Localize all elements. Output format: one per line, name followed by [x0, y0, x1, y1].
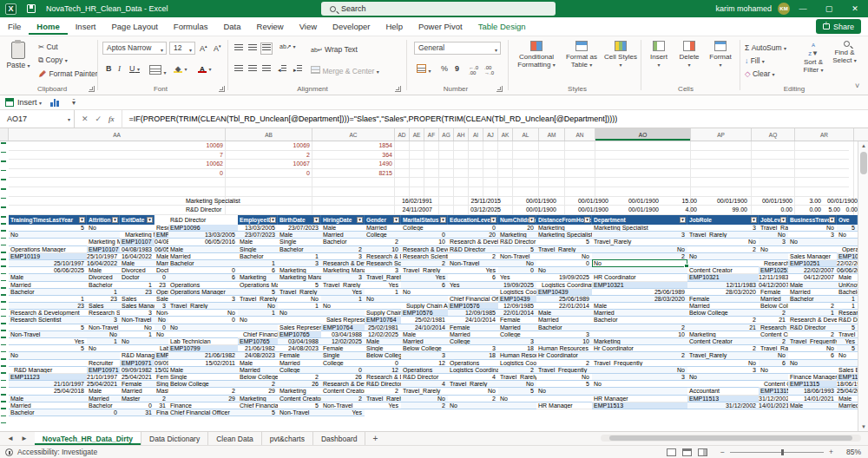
table-header-JobRole[interactable]: JobRole▾ — [687, 215, 759, 225]
table-cell[interactable]: R&D Manager — [9, 367, 87, 374]
table-cell[interactable]: Travel_Rarely — [498, 374, 536, 381]
table-cell[interactable]: 23 — [87, 296, 120, 303]
table-cell[interactable]: EMP10107 — [120, 239, 155, 245]
italic-button[interactable]: I — [118, 64, 121, 73]
table-cell[interactable]: Bachelor — [87, 282, 120, 289]
table-cell[interactable]: 24/10/2014 — [448, 317, 498, 324]
table-cell[interactable]: Below College — [759, 303, 788, 310]
table-header-ExitDate[interactable]: ExitDate▾ — [120, 215, 155, 225]
sheet-tab-data-dictionary[interactable]: Data Dictionary — [141, 432, 208, 445]
table-cell[interactable]: 2 — [155, 396, 168, 402]
table-cell[interactable]: 1 — [238, 260, 278, 267]
column-header-AD[interactable]: AD — [395, 128, 410, 141]
prev-sheet-icon[interactable]: ◄ — [7, 435, 14, 442]
increase-decimal-icon[interactable]: ←.0.00 — [469, 65, 478, 75]
table-cell[interactable]: No — [759, 232, 788, 239]
table-cell[interactable] — [536, 396, 592, 402]
table-cell[interactable]: 06/05/2016 — [168, 239, 238, 245]
table-cell[interactable]: Research & Development — [401, 246, 448, 253]
filter-icon[interactable]: ▾ — [79, 217, 85, 223]
filter-icon[interactable]: ▾ — [780, 217, 786, 223]
table-cell[interactable]: 23/07/2023 — [238, 232, 278, 239]
cell-value[interactable]: 10069 — [234, 141, 312, 151]
table-cell[interactable]: Research & Development — [365, 374, 401, 381]
table-cell[interactable]: No — [9, 232, 87, 239]
table-cell[interactable]: 5 — [9, 225, 87, 232]
column-header-AE[interactable]: AE — [410, 128, 424, 141]
table-cell[interactable]: 16/04/2022 — [87, 260, 120, 267]
table-cell[interactable] — [321, 310, 365, 317]
table-cell[interactable]: Single — [365, 345, 401, 352]
table-cell[interactable]: Research & Development — [788, 317, 837, 324]
column-header-AK[interactable]: AK — [498, 128, 513, 141]
filter-icon[interactable]: ▾ — [751, 217, 757, 223]
number-format-select[interactable]: General ▾ — [414, 42, 501, 55]
table-cell[interactable]: Married — [278, 360, 321, 367]
table-cell[interactable]: Non-Travel — [278, 409, 321, 416]
excel-logo-icon[interactable]: X — [5, 3, 16, 15]
table-cell[interactable]: 5 — [536, 239, 592, 245]
table-cell[interactable]: Sales Representative — [278, 324, 321, 331]
table-cell[interactable]: Marketing — [238, 274, 278, 281]
table-cell[interactable]: 18 — [498, 345, 536, 352]
table-cell[interactable]: Travel_Frequently — [837, 331, 858, 338]
table-cell[interactable]: Sales — [87, 303, 120, 310]
table-header-MaritalStatus[interactable]: MaritalStatus▾ — [401, 215, 448, 225]
align-top-icon[interactable] — [234, 44, 243, 53]
cell-value[interactable]: 5.00 — [821, 206, 840, 215]
table-cell[interactable]: 2 — [401, 402, 448, 409]
clear-button[interactable]: ◇ Clear ▾ — [745, 69, 775, 78]
font-size-select[interactable]: 12 ▾ — [169, 42, 195, 55]
table-cell[interactable]: Married — [321, 232, 365, 239]
table-cell[interactable]: Logistics Coordinator — [498, 289, 536, 296]
table-cell[interactable]: Marketing Manager — [120, 232, 155, 239]
delete-cells-button[interactable]: Delete▾ — [676, 41, 702, 69]
table-cell[interactable]: Bachelor — [788, 296, 837, 303]
table-cell[interactable]: 18/06/1993 — [788, 388, 837, 395]
table-cell[interactable]: Chief Financial Officer — [238, 331, 278, 338]
table-cell[interactable]: No — [120, 338, 155, 345]
orientation-icon[interactable]: ab↗ ▾ — [279, 43, 296, 50]
table-cell[interactable]: Marketing Specialist — [592, 225, 687, 232]
table-cell[interactable]: Bachelor — [168, 260, 238, 267]
table-cell[interactable]: 2 — [759, 310, 788, 317]
table-cell[interactable]: 3 — [120, 310, 155, 317]
table-cell[interactable]: 10 — [365, 246, 401, 253]
table-cell[interactable]: Yes — [9, 338, 87, 345]
table-cell[interactable]: 25/10/1997 — [9, 260, 87, 267]
table-cell[interactable]: 4 — [401, 381, 448, 388]
table-cell[interactable] — [687, 260, 759, 267]
table-cell[interactable]: 2 — [536, 360, 592, 367]
table-cell[interactable]: 21/06/1982 — [238, 345, 278, 352]
new-sheet-button[interactable]: + — [365, 432, 385, 445]
table-cell[interactable]: Research & Development — [321, 260, 365, 267]
table-cell[interactable]: EMP10439 — [536, 289, 592, 296]
table-cell[interactable]: Married — [498, 324, 536, 331]
table-cell[interactable]: 26 — [278, 381, 321, 388]
table-cell[interactable]: Non-Travel — [498, 253, 536, 260]
table-cell[interactable]: Logistics Coordinator — [536, 282, 592, 289]
table-cell[interactable]: Supply Chain Analyst — [365, 310, 401, 317]
table-cell[interactable]: Single — [321, 352, 365, 359]
table-cell[interactable] — [9, 360, 87, 367]
table-cell[interactable]: No — [536, 253, 592, 260]
table-cell[interactable] — [759, 253, 788, 260]
table-cell[interactable]: 04/08/1983 — [155, 239, 168, 245]
table-cell[interactable]: No — [592, 367, 687, 374]
column-header-AL[interactable]: AL — [513, 128, 539, 141]
table-cell[interactable]: No — [592, 246, 687, 253]
table-cell[interactable] — [498, 402, 536, 409]
table-cell[interactable]: 0 — [155, 274, 168, 281]
table-cell[interactable]: No — [9, 352, 87, 359]
table-cell[interactable]: No — [401, 396, 448, 402]
table-cell[interactable]: Female — [120, 381, 155, 388]
zoom-in-icon[interactable]: + — [829, 448, 833, 456]
table-cell[interactable]: Travel_Rarely — [759, 225, 788, 232]
table-cell[interactable]: UnKnown — [837, 282, 858, 289]
table-cell[interactable]: Human Resources — [498, 352, 536, 359]
table-cell[interactable]: 3 — [168, 296, 238, 303]
table-cell[interactable]: Divorced — [87, 274, 120, 281]
table-cell[interactable]: 5 — [278, 402, 321, 409]
table-cell[interactable]: Operations — [448, 360, 498, 367]
page-break-view-icon[interactable] — [698, 448, 707, 456]
